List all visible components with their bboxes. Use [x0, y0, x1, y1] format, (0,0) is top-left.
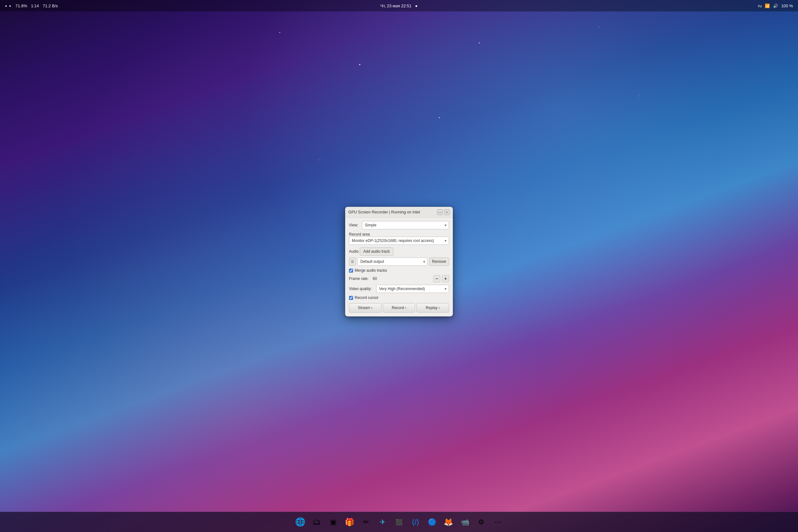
taskbar-icon-settings[interactable]: ⚙ [474, 515, 489, 530]
framerate-value: 60 [373, 277, 433, 281]
view-row: View: Simple ▼ [349, 221, 449, 229]
notification-dot: ● [415, 3, 418, 8]
framerate-row: Frame rate: 60 − + [349, 275, 449, 282]
minimize-button[interactable]: — [437, 209, 443, 215]
action-buttons: Stream › Record › Replay › [349, 303, 449, 312]
gpu-recorder-dialog: GPU Screen Recorder | Running on Intel —… [345, 207, 453, 316]
taskbar-icon-browser[interactable]: 🌐 [293, 515, 307, 530]
view-label: View: [349, 223, 360, 227]
record-cursor-label[interactable]: Record cursor [355, 296, 378, 300]
record-cursor-row: Record cursor [349, 296, 449, 300]
taskbar-icon-editor[interactable]: ✏ [359, 515, 373, 530]
taskbar-icon-firefox[interactable]: 🦊 [441, 515, 456, 530]
time-display: 1:14 [31, 3, 39, 8]
dialog-titlebar: GPU Screen Recorder | Running on Intel —… [345, 207, 453, 218]
taskbar-icon-telegram[interactable]: ✈ [375, 515, 390, 530]
record-area-row: Record area Monitor eDP-1(2520x1680, req… [349, 232, 449, 245]
audio-track-row: ☰ Default output ▼ Remove [349, 258, 449, 266]
dialog-title: GPU Screen Recorder | Running on Intel [348, 210, 420, 214]
taskbar-icon-console[interactable]: ⬛ [392, 515, 406, 530]
stream-label: Stream › [358, 306, 373, 310]
top-bar-right: ru 📶 🔊 100 % [758, 3, 793, 8]
record-area-label: Record area [349, 232, 370, 236]
star [319, 159, 320, 160]
dialog-controls: — × [437, 209, 450, 215]
battery-status: 71.8% [16, 3, 27, 8]
monitor-select-wrapper: Monitor eDP-1(2520x1680, requires root a… [349, 236, 449, 245]
taskbar-icon-files[interactable]: 🗂 [309, 515, 324, 530]
video-quality-select[interactable]: Very High (Recommended) [376, 285, 449, 293]
record-label: Record › [392, 306, 406, 310]
replay-label: Replay › [425, 306, 440, 310]
video-quality-select-wrapper: Very High (Recommended) ▼ [376, 285, 449, 293]
record-cursor-checkbox[interactable] [349, 296, 353, 300]
audio-output-select[interactable]: Default output [358, 258, 428, 266]
close-button[interactable]: × [444, 209, 450, 215]
wifi-icon: 📶 [765, 3, 770, 8]
star [279, 32, 280, 33]
stream-button[interactable]: Stream › [349, 303, 382, 312]
framerate-decrease-button[interactable]: − [433, 275, 440, 282]
battery-icon: 100 % [781, 3, 793, 8]
add-audio-button[interactable]: Add audio track [360, 247, 393, 255]
view-select-wrapper: Simple ▼ [362, 221, 449, 229]
star [598, 26, 599, 27]
star [359, 64, 360, 65]
framerate-increase-button[interactable]: + [442, 275, 449, 282]
top-bar-left: ● ● 71.8% 1:14 71.2 B/s [5, 3, 58, 8]
taskbar-icon-vscode[interactable]: ⟨/⟩ [408, 515, 423, 530]
video-quality-label: Video quality: [349, 287, 374, 291]
taskbar-icon-store[interactable]: 🎁 [342, 515, 357, 530]
framerate-label: Frame rate: [349, 277, 373, 281]
video-quality-row: Video quality: Very High (Recommended) ▼ [349, 285, 449, 293]
taskbar-icon-grid[interactable]: ⋯ [491, 515, 505, 530]
lang-indicator: ru [758, 3, 762, 8]
star [439, 117, 440, 118]
monitor-select[interactable]: Monitor eDP-1(2520x1680, requires root a… [349, 236, 449, 245]
taskbar-icon-chromium[interactable]: 🔵 [425, 515, 439, 530]
dialog-body: View: Simple ▼ Record area Monitor eDP-1… [345, 218, 453, 316]
top-bar: ● ● 71.8% 1:14 71.2 B/s Чт, 23 мая 22:51… [0, 0, 798, 12]
audio-output-select-wrapper: Default output ▼ [358, 258, 428, 266]
merge-audio-row: Merge audio tracks [349, 268, 449, 273]
taskbar-icon-recorder[interactable]: 📹 [458, 515, 472, 530]
remove-audio-button[interactable]: Remove [429, 258, 449, 266]
replay-button[interactable]: Replay › [416, 303, 449, 312]
audio-section: Audio Add audio track ☰ Default output ▼… [349, 247, 449, 266]
network-speed: 71.2 B/s [43, 3, 58, 8]
view-select[interactable]: Simple [362, 221, 449, 229]
record-button[interactable]: Record › [383, 303, 416, 312]
top-bar-dots: ● ● [5, 4, 12, 7]
top-bar-center: Чт, 23 мая 22:51 ● [380, 3, 417, 8]
framerate-controls: − + [433, 275, 449, 282]
audio-label: Audio [349, 249, 359, 254]
taskbar: 🌐 🗂 ▣ 🎁 ✏ ✈ ⬛ ⟨/⟩ 🔵 🦊 📹 ⚙ ⋯ [0, 512, 798, 532]
volume-icon: 🔊 [773, 3, 778, 8]
audio-track-hamburger-icon[interactable]: ☰ [349, 258, 356, 266]
merge-audio-checkbox[interactable] [349, 268, 353, 273]
taskbar-icon-terminal[interactable]: ▣ [326, 515, 340, 530]
merge-audio-label[interactable]: Merge audio tracks [355, 268, 387, 273]
datetime-display: Чт, 23 мая 22:51 [380, 3, 411, 8]
